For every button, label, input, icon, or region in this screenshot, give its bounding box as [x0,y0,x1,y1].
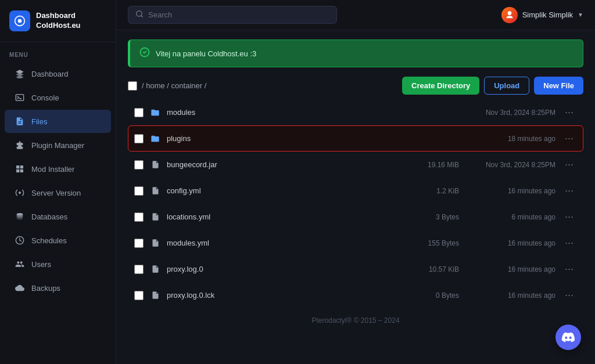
file-context-menu[interactable]: ··· [561,210,577,224]
file-size: 3 Bytes [413,213,459,221]
file-size: 1.2 KiB [413,187,459,195]
folder-icon [149,133,161,145]
file-date: 16 minutes ago [468,239,555,247]
sidebar-item-backups-label: Backups [31,284,60,293]
search-wrapper[interactable] [128,6,337,24]
file-manager-header: / home / container / Create Directory Up… [128,77,583,95]
sidebar-item-console[interactable]: Console [5,86,111,109]
search-input[interactable] [148,10,329,19]
sidebar-item-users[interactable]: Users [5,253,111,276]
file-name: modules.yml [167,239,413,247]
user-section[interactable]: Simplik Simplik ▼ [501,7,583,23]
file-icon [149,211,161,223]
file-size: 10.57 KiB [413,265,459,273]
file-name: modules [167,108,413,117]
file-checkbox[interactable] [134,160,144,170]
file-context-menu[interactable]: ··· [561,105,577,120]
sidebar-item-schedules[interactable]: Schedules [5,229,111,252]
file-icon [14,116,26,127]
file-date: Nov 3rd, 2024 8:25PM [468,109,555,117]
file-row[interactable]: locations.yml 3 Bytes 6 minutes ago ··· [128,204,583,230]
sidebar-title-line2: ColdHost.eu [36,21,81,31]
folder-icon [149,107,161,118]
file-size: 155 Bytes [413,239,459,247]
file-icon [149,159,161,171]
breadcrumb-area: / home / container / [128,81,206,91]
file-date: 16 minutes ago [468,291,555,300]
sidebar-header: Dashboard ColdHost.eu [0,0,116,42]
upload-button[interactable]: Upload [484,77,529,95]
select-all-checkbox[interactable] [128,81,137,91]
file-context-menu[interactable]: ··· [561,157,577,172]
svg-rect-5 [20,170,23,172]
file-checkbox[interactable] [134,212,144,222]
footer-text: Pterodactyl® © 2015 – 2024 [311,316,399,325]
sidebar-item-plugin-manager[interactable]: Plugin Manager [5,134,111,157]
file-checkbox[interactable] [134,186,144,196]
file-row[interactable]: plugins 18 minutes ago ··· [128,125,583,152]
sidebar-item-server-version-label: Server Version [31,189,81,197]
new-file-button[interactable]: New File [534,77,583,95]
sidebar-item-server-version[interactable]: Server Version [5,181,111,204]
sidebar-logo [9,10,30,31]
backups-icon [14,282,26,294]
svg-rect-2 [16,165,19,168]
banner-message: Vitej na panelu Coldhost.eu :3 [156,49,256,58]
file-row[interactable]: proxy.log.0 10.57 KiB 16 minutes ago ··· [128,256,583,282]
discord-fab[interactable] [555,325,581,350]
create-directory-button[interactable]: Create Directory [402,77,479,95]
file-context-menu[interactable]: ··· [561,183,577,198]
file-icon [149,185,161,197]
footer: Pterodactyl® © 2015 – 2024 [128,308,583,333]
file-icon [149,290,161,301]
sidebar-title-line1: Dashboard [36,11,81,21]
file-row[interactable]: modules Nov 3rd, 2024 8:25PM ··· [128,99,583,125]
file-context-menu[interactable]: ··· [561,288,577,302]
avatar [501,7,518,23]
file-checkbox[interactable] [134,108,144,117]
file-name: plugins [167,134,413,143]
sidebar-item-plugin-manager-label: Plugin Manager [31,141,84,150]
file-icon [149,237,161,249]
sidebar-item-dashboard[interactable]: Dashboard [5,62,111,85]
file-manager-actions: Create Directory Upload New File [402,77,583,95]
file-date: 16 minutes ago [468,187,555,195]
file-checkbox[interactable] [134,239,144,248]
clock-icon [14,235,26,246]
file-context-menu[interactable]: ··· [561,131,577,146]
file-size: 19.16 MiB [413,161,459,169]
file-row[interactable]: proxy.log.0.lck 0 Bytes 16 minutes ago ·… [128,282,583,308]
file-name: config.yml [167,186,413,195]
file-icon [149,264,161,275]
file-row[interactable]: bungeecord.jar 19.16 MiB Nov 3rd, 2024 8… [128,152,583,178]
file-size: 0 Bytes [413,291,459,300]
file-context-menu[interactable]: ··· [561,236,577,250]
file-context-menu[interactable]: ··· [561,262,577,276]
sidebar-item-databases[interactable]: Databases [5,205,111,228]
file-checkbox[interactable] [134,291,144,300]
users-icon [14,258,26,270]
sidebar-item-mod-installer[interactable]: Mod Installer [5,157,111,181]
svg-point-1 [18,19,22,23]
file-checkbox[interactable] [134,265,144,274]
terminal-icon [14,92,26,103]
file-row[interactable]: modules.yml 155 Bytes 16 minutes ago ··· [128,230,583,256]
main-content: Simplik Simplik ▼ Vitej na panelu Coldho… [116,0,595,364]
file-checkbox[interactable] [134,134,144,143]
sidebar-item-files-label: Files [31,117,47,126]
welcome-banner: Vitej na panelu Coldhost.eu :3 [128,39,583,67]
file-name: proxy.log.0 [167,265,413,273]
sidebar-item-backups[interactable]: Backups [5,276,111,300]
sidebar-item-databases-label: Databases [31,212,67,221]
file-date: 18 minutes ago [468,135,555,143]
topbar: Simplik Simplik ▼ [116,0,595,30]
content-area: Vitej na panelu Coldhost.eu :3 / home / … [116,30,595,364]
sidebar-item-console-label: Console [31,93,59,102]
file-name: locations.yml [167,212,413,221]
sidebar-item-files[interactable]: Files [5,110,111,133]
svg-rect-3 [20,165,23,168]
file-date: Nov 3rd, 2024 8:25PM [468,161,555,169]
sidebar-item-users-label: Users [31,260,51,269]
file-row[interactable]: config.yml 1.2 KiB 16 minutes ago ··· [128,178,583,204]
sidebar-nav: Dashboard Console Files Plugin Manager [0,62,116,300]
